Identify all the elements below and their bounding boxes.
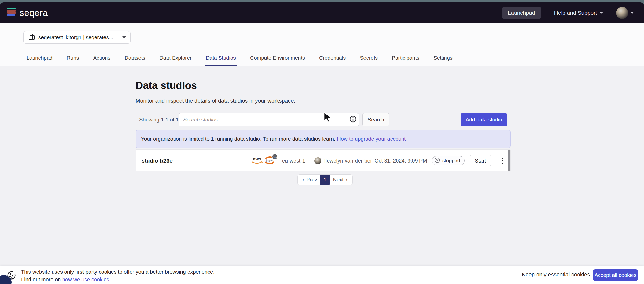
search-group bbox=[179, 113, 359, 126]
org-workspace-label: seqeratest_kitorg1 | seqerates... bbox=[38, 34, 113, 40]
tab-data-explorer[interactable]: Data Explorer bbox=[158, 55, 193, 66]
table-scrollbar[interactable] bbox=[508, 150, 510, 171]
studios-table: studio-b23e aws jupyter 4.1 eu-west-1 ll… bbox=[136, 149, 511, 171]
org-workspace-selector[interactable]: seqeratest_kitorg1 | seqerates... bbox=[23, 31, 131, 44]
tab-runs[interactable]: Runs bbox=[66, 55, 80, 66]
status-label: stopped bbox=[442, 158, 460, 164]
page-subtitle: Monitor and inspect the details of data … bbox=[136, 98, 295, 104]
upgrade-account-link[interactable]: How to upgrade your account bbox=[337, 136, 406, 142]
chevron-down-icon bbox=[122, 36, 126, 38]
studio-name[interactable]: studio-b23e bbox=[142, 150, 173, 172]
cookie-banner: This website uses only first-party cooki… bbox=[0, 266, 644, 284]
status-badge: stopped bbox=[432, 150, 465, 172]
owner-avatar-cell bbox=[314, 150, 321, 172]
search-input[interactable] bbox=[179, 113, 347, 126]
stopped-circle-x-icon bbox=[434, 157, 440, 164]
tab-launchpad[interactable]: Launchpad bbox=[25, 55, 54, 66]
start-studio-button[interactable]: Start bbox=[470, 155, 491, 166]
studio-owner: llewelyn-van-der-ber bbox=[324, 150, 372, 172]
chevron-right-icon: › bbox=[346, 177, 348, 183]
studio-date: Oct 31, 2024, 9:09 PM bbox=[375, 150, 427, 172]
chevron-left-icon: ‹ bbox=[302, 177, 304, 183]
top-navbar: seqera Launchpad Help and Support bbox=[0, 2, 644, 23]
next-label: Next bbox=[333, 177, 344, 183]
tab-actions[interactable]: Actions bbox=[92, 55, 112, 66]
tab-secrets[interactable]: Secrets bbox=[359, 55, 379, 66]
cookie-line2: Find out more on how we use cookies bbox=[21, 276, 215, 283]
cookie-line1: This website uses only first-party cooki… bbox=[21, 268, 215, 276]
tab-compute-environments[interactable]: Compute Environments bbox=[249, 55, 306, 66]
page-title: Data studios bbox=[136, 80, 197, 91]
help-and-support-menu[interactable]: Help and Support bbox=[554, 10, 603, 16]
tab-participants[interactable]: Participants bbox=[391, 55, 420, 66]
accept-all-cookies-button[interactable]: Accept all cookies bbox=[593, 269, 638, 281]
limit-banner-text: Your organization is limited to 1 runnin… bbox=[141, 136, 335, 142]
keep-essential-cookies-link[interactable]: Keep only essential cookies bbox=[522, 271, 590, 278]
avatar[interactable] bbox=[616, 7, 628, 19]
info-icon bbox=[350, 116, 356, 124]
help-and-support-label: Help and Support bbox=[554, 10, 597, 16]
next-page-button[interactable]: Next › bbox=[330, 175, 351, 185]
launchpad-button[interactable]: Launchpad bbox=[502, 7, 541, 19]
svg-text:jupyter: jupyter bbox=[266, 159, 273, 162]
workspace-tabs: Launchpad Runs Actions Datasets Data Exp… bbox=[25, 55, 454, 66]
search-button[interactable]: Search bbox=[362, 113, 389, 126]
prev-label: Prev bbox=[306, 177, 317, 183]
add-data-studio-button[interactable]: Add data studio bbox=[461, 113, 507, 126]
workspace-header: seqeratest_kitorg1 | seqerates... Launch… bbox=[0, 23, 644, 66]
cookie-message: This website uses only first-party cooki… bbox=[21, 268, 215, 283]
studio-region: eu-west-1 bbox=[282, 150, 305, 172]
tab-data-studios[interactable]: Data Studios bbox=[205, 55, 237, 66]
aws-provider-icon: aws bbox=[251, 150, 263, 172]
org-selector-caret[interactable] bbox=[118, 31, 130, 43]
limit-banner: Your organization is limited to 1 runnin… bbox=[136, 130, 511, 148]
page-number-current[interactable]: 1 bbox=[320, 175, 330, 185]
search-info-segment[interactable] bbox=[347, 113, 359, 126]
chevron-down-icon bbox=[599, 12, 603, 14]
prev-page-button[interactable]: ‹ Prev bbox=[299, 175, 320, 185]
cookie-line2-prefix: Find out more on bbox=[21, 277, 62, 282]
aws-text: aws bbox=[253, 156, 261, 161]
row-options-menu[interactable] bbox=[497, 150, 508, 172]
jupyter-tool: jupyter 4.1 bbox=[264, 150, 276, 172]
tab-datasets[interactable]: Datasets bbox=[123, 55, 146, 66]
cookie-policy-link[interactable]: how we use cookies bbox=[62, 277, 109, 282]
brand-name: seqera bbox=[20, 8, 48, 18]
organization-icon bbox=[28, 33, 35, 41]
seqera-logo[interactable]: seqera bbox=[7, 8, 48, 18]
tab-settings[interactable]: Settings bbox=[432, 55, 453, 66]
avatar bbox=[314, 157, 321, 164]
tab-credentials[interactable]: Credentials bbox=[318, 55, 347, 66]
seqera-logo-icon bbox=[7, 8, 17, 18]
pagination: ‹ Prev 1 Next › bbox=[297, 174, 353, 185]
tool-version-badge: 4.1 bbox=[272, 154, 278, 160]
results-count: Showing 1-1 of 1 bbox=[139, 113, 179, 126]
user-menu[interactable] bbox=[616, 7, 634, 19]
kebab-menu-icon bbox=[502, 158, 503, 164]
chevron-down-icon bbox=[630, 12, 634, 14]
